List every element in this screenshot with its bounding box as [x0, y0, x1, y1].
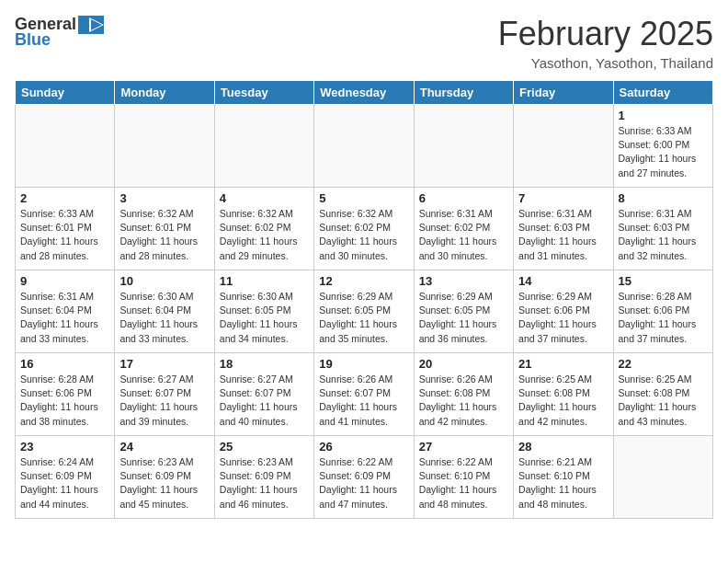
day-number: 12 — [319, 274, 408, 288]
day-number: 5 — [319, 191, 408, 205]
day-of-week-header: Wednesday — [314, 81, 414, 105]
calendar-day-cell: 9Sunrise: 6:31 AM Sunset: 6:04 PM Daylig… — [16, 270, 115, 353]
day-info: Sunrise: 6:33 AM Sunset: 6:00 PM Dayligh… — [619, 124, 708, 180]
day-number: 15 — [619, 274, 708, 288]
calendar-week-row: 9Sunrise: 6:31 AM Sunset: 6:04 PM Daylig… — [16, 270, 713, 353]
day-info: Sunrise: 6:26 AM Sunset: 6:08 PM Dayligh… — [419, 373, 508, 429]
day-number: 4 — [220, 191, 309, 205]
day-number: 24 — [119, 440, 209, 454]
calendar-day-cell — [115, 105, 214, 188]
logo: General Blue — [15, 15, 104, 50]
day-info: Sunrise: 6:32 AM Sunset: 6:02 PM Dayligh… — [319, 207, 408, 263]
day-number: 9 — [20, 274, 109, 288]
calendar-day-cell: 17Sunrise: 6:27 AM Sunset: 6:07 PM Dayli… — [115, 353, 214, 436]
day-of-week-header: Sunday — [16, 81, 115, 105]
day-info: Sunrise: 6:25 AM Sunset: 6:08 PM Dayligh… — [518, 373, 608, 429]
calendar-day-cell: 19Sunrise: 6:26 AM Sunset: 6:07 PM Dayli… — [314, 353, 414, 436]
day-info: Sunrise: 6:27 AM Sunset: 6:07 PM Dayligh… — [119, 373, 209, 429]
day-info: Sunrise: 6:31 AM Sunset: 6:03 PM Dayligh… — [619, 207, 708, 263]
day-of-week-header: Saturday — [613, 81, 712, 105]
day-info: Sunrise: 6:22 AM Sunset: 6:10 PM Dayligh… — [419, 455, 508, 511]
day-number: 10 — [119, 274, 209, 288]
day-info: Sunrise: 6:27 AM Sunset: 6:07 PM Dayligh… — [220, 373, 309, 429]
day-info: Sunrise: 6:23 AM Sunset: 6:09 PM Dayligh… — [119, 455, 209, 511]
calendar-day-cell — [514, 105, 613, 188]
day-of-week-header: Friday — [514, 81, 613, 105]
calendar-day-cell: 26Sunrise: 6:22 AM Sunset: 6:09 PM Dayli… — [314, 436, 414, 519]
calendar-day-cell: 21Sunrise: 6:25 AM Sunset: 6:08 PM Dayli… — [514, 353, 613, 436]
day-number: 23 — [20, 440, 109, 454]
day-info: Sunrise: 6:29 AM Sunset: 6:06 PM Dayligh… — [518, 290, 608, 346]
day-info: Sunrise: 6:21 AM Sunset: 6:10 PM Dayligh… — [518, 455, 608, 511]
day-info: Sunrise: 6:22 AM Sunset: 6:09 PM Dayligh… — [319, 455, 408, 511]
day-info: Sunrise: 6:25 AM Sunset: 6:08 PM Dayligh… — [619, 373, 708, 429]
calendar-day-cell — [214, 105, 313, 188]
day-number: 8 — [619, 191, 708, 205]
calendar-day-cell: 6Sunrise: 6:31 AM Sunset: 6:02 PM Daylig… — [414, 188, 513, 270]
day-info: Sunrise: 6:32 AM Sunset: 6:02 PM Dayligh… — [220, 207, 309, 263]
day-number: 28 — [518, 440, 608, 454]
day-of-week-header: Tuesday — [214, 81, 313, 105]
day-info: Sunrise: 6:33 AM Sunset: 6:01 PM Dayligh… — [20, 207, 109, 263]
calendar-day-cell: 2Sunrise: 6:33 AM Sunset: 6:01 PM Daylig… — [16, 188, 115, 270]
day-number: 19 — [319, 357, 408, 371]
calendar-day-cell — [414, 105, 513, 188]
calendar-day-cell: 20Sunrise: 6:26 AM Sunset: 6:08 PM Dayli… — [414, 353, 513, 436]
calendar-day-cell: 25Sunrise: 6:23 AM Sunset: 6:09 PM Dayli… — [214, 436, 313, 519]
calendar-day-cell: 23Sunrise: 6:24 AM Sunset: 6:09 PM Dayli… — [16, 436, 115, 519]
calendar-day-cell: 7Sunrise: 6:31 AM Sunset: 6:03 PM Daylig… — [514, 188, 613, 270]
day-info: Sunrise: 6:31 AM Sunset: 6:03 PM Dayligh… — [518, 207, 608, 263]
logo-blue: Blue — [15, 30, 51, 50]
calendar-day-cell: 27Sunrise: 6:22 AM Sunset: 6:10 PM Dayli… — [414, 436, 513, 519]
calendar-day-cell: 13Sunrise: 6:29 AM Sunset: 6:05 PM Dayli… — [414, 270, 513, 353]
day-number: 27 — [419, 440, 508, 454]
day-info: Sunrise: 6:23 AM Sunset: 6:09 PM Dayligh… — [220, 455, 309, 511]
calendar-day-cell: 8Sunrise: 6:31 AM Sunset: 6:03 PM Daylig… — [613, 188, 712, 270]
calendar-day-cell: 24Sunrise: 6:23 AM Sunset: 6:09 PM Dayli… — [115, 436, 214, 519]
day-info: Sunrise: 6:30 AM Sunset: 6:04 PM Dayligh… — [119, 290, 209, 346]
calendar-title: February 2025 — [498, 15, 713, 53]
calendar-day-cell: 11Sunrise: 6:30 AM Sunset: 6:05 PM Dayli… — [214, 270, 313, 353]
day-number: 26 — [319, 440, 408, 454]
day-info: Sunrise: 6:29 AM Sunset: 6:05 PM Dayligh… — [319, 290, 408, 346]
calendar-day-cell: 22Sunrise: 6:25 AM Sunset: 6:08 PM Dayli… — [613, 353, 712, 436]
calendar-week-row: 1Sunrise: 6:33 AM Sunset: 6:00 PM Daylig… — [16, 105, 713, 188]
logo-flag-icon — [78, 16, 104, 34]
calendar-location: Yasothon, Yasothon, Thailand — [498, 55, 713, 71]
day-number: 1 — [619, 109, 708, 122]
calendar-week-row: 23Sunrise: 6:24 AM Sunset: 6:09 PM Dayli… — [16, 436, 713, 519]
day-number: 14 — [518, 274, 608, 288]
calendar-day-cell — [314, 105, 414, 188]
calendar-table: SundayMondayTuesdayWednesdayThursdayFrid… — [15, 80, 713, 519]
day-info: Sunrise: 6:31 AM Sunset: 6:02 PM Dayligh… — [419, 207, 508, 263]
calendar-day-cell: 1Sunrise: 6:33 AM Sunset: 6:00 PM Daylig… — [613, 105, 712, 188]
day-number: 13 — [419, 274, 508, 288]
day-number: 16 — [20, 357, 109, 371]
day-number: 18 — [220, 357, 309, 371]
calendar-day-cell: 14Sunrise: 6:29 AM Sunset: 6:06 PM Dayli… — [514, 270, 613, 353]
calendar-day-cell — [613, 436, 712, 519]
day-number: 2 — [20, 191, 109, 205]
day-info: Sunrise: 6:32 AM Sunset: 6:01 PM Dayligh… — [119, 207, 209, 263]
calendar-day-cell: 12Sunrise: 6:29 AM Sunset: 6:05 PM Dayli… — [314, 270, 414, 353]
calendar-day-cell — [16, 105, 115, 188]
day-of-week-header: Monday — [115, 81, 214, 105]
day-info: Sunrise: 6:28 AM Sunset: 6:06 PM Dayligh… — [20, 373, 109, 429]
calendar-week-row: 2Sunrise: 6:33 AM Sunset: 6:01 PM Daylig… — [16, 188, 713, 270]
day-of-week-header: Thursday — [414, 81, 513, 105]
calendar-day-cell: 3Sunrise: 6:32 AM Sunset: 6:01 PM Daylig… — [115, 188, 214, 270]
calendar-day-cell: 28Sunrise: 6:21 AM Sunset: 6:10 PM Dayli… — [514, 436, 613, 519]
day-number: 21 — [518, 357, 608, 371]
day-info: Sunrise: 6:26 AM Sunset: 6:07 PM Dayligh… — [319, 373, 408, 429]
page-header: General Blue February 2025 Yasothon, Yas… — [15, 15, 713, 71]
day-info: Sunrise: 6:31 AM Sunset: 6:04 PM Dayligh… — [20, 290, 109, 346]
day-info: Sunrise: 6:28 AM Sunset: 6:06 PM Dayligh… — [619, 290, 708, 346]
day-number: 6 — [419, 191, 508, 205]
day-number: 20 — [419, 357, 508, 371]
calendar-day-cell: 4Sunrise: 6:32 AM Sunset: 6:02 PM Daylig… — [214, 188, 313, 270]
calendar-day-cell: 5Sunrise: 6:32 AM Sunset: 6:02 PM Daylig… — [314, 188, 414, 270]
day-number: 3 — [119, 191, 209, 205]
day-info: Sunrise: 6:30 AM Sunset: 6:05 PM Dayligh… — [220, 290, 309, 346]
day-info: Sunrise: 6:24 AM Sunset: 6:09 PM Dayligh… — [20, 455, 109, 511]
calendar-week-row: 16Sunrise: 6:28 AM Sunset: 6:06 PM Dayli… — [16, 353, 713, 436]
